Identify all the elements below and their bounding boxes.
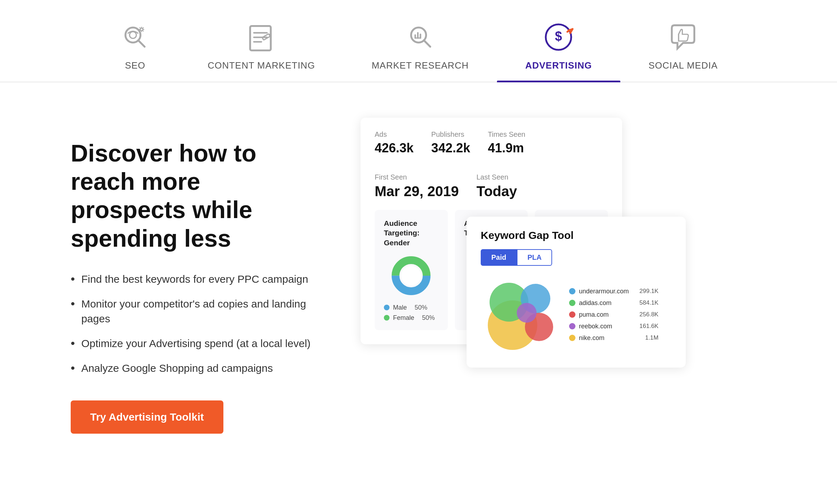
bullet-list: Find the best keywords for every PPC cam… bbox=[71, 272, 318, 376]
stat-last-seen: Last Seen Today bbox=[476, 173, 517, 199]
female-dot bbox=[384, 315, 390, 321]
svg-line-11 bbox=[424, 40, 430, 47]
stat-publishers: Publishers 342.2k bbox=[431, 130, 470, 156]
gender-card: Audience Targeting: Gender bbox=[375, 210, 448, 330]
gender-card-title: Audience Targeting: Gender bbox=[384, 218, 439, 247]
tab-content-marketing-label: CONTENT MARKETING bbox=[207, 60, 315, 71]
male-pct: 50% bbox=[415, 304, 427, 311]
male-dot bbox=[384, 305, 390, 310]
legend-female: Female 50% bbox=[384, 314, 439, 322]
legend-nike: nike.com 1.1M bbox=[569, 334, 659, 342]
stat-times-seen-value: 41.9m bbox=[488, 141, 525, 156]
bubble-legend: underarmour.com 299.1K adidas.com 584.1K… bbox=[569, 288, 659, 342]
adidas-value: 584.1K bbox=[632, 299, 659, 306]
market-research-icon bbox=[404, 21, 436, 53]
advertising-icon: $ bbox=[543, 21, 574, 53]
stat-publishers-value: 342.2k bbox=[431, 141, 470, 156]
main-heading: Discover how to reach more prospects whi… bbox=[71, 139, 318, 252]
underarmour-dot bbox=[569, 288, 575, 294]
tab-social-media-label: SOCIAL MEDIA bbox=[649, 60, 718, 71]
reebok-label: reebok.com bbox=[579, 323, 612, 330]
legend-adidas: adidas.com 584.1K bbox=[569, 299, 659, 307]
tab-content-marketing[interactable]: CONTENT MARKETING bbox=[179, 14, 343, 82]
stat-times-seen-label: Times Seen bbox=[488, 130, 525, 139]
svg-line-1 bbox=[138, 40, 145, 47]
bubbles-svg bbox=[481, 276, 558, 353]
social-media-icon bbox=[667, 21, 699, 53]
underarmour-label: underarmour.com bbox=[579, 288, 629, 295]
tab-seo-label: SEO bbox=[125, 60, 145, 71]
tab-social-media[interactable]: SOCIAL MEDIA bbox=[620, 14, 746, 82]
gender-legend: Male 50% Female 50% bbox=[384, 304, 439, 322]
left-section: Discover how to reach more prospects whi… bbox=[71, 118, 318, 434]
stats-row: Ads 426.3k Publishers 342.2k Times Seen … bbox=[375, 130, 608, 199]
keyword-gap-card: Keyword Gap Tool Paid PLA bbox=[467, 217, 686, 368]
svg-text:$: $ bbox=[555, 29, 562, 43]
reebok-dot bbox=[569, 323, 575, 329]
nike-label: nike.com bbox=[579, 334, 604, 342]
stat-first-seen-label: First Seen bbox=[375, 173, 459, 181]
keyword-tab-buttons: Paid PLA bbox=[481, 249, 672, 266]
stat-first-seen-value: Mar 29, 2019 bbox=[375, 183, 459, 199]
bullet-2: Monitor your competitor's ad copies and … bbox=[71, 297, 318, 326]
nike-dot bbox=[569, 335, 575, 341]
underarmour-value: 299.1K bbox=[632, 288, 659, 295]
reebok-value: 161.6K bbox=[632, 323, 659, 330]
svg-point-30 bbox=[517, 303, 537, 323]
female-label: Female bbox=[393, 314, 414, 322]
female-pct: 50% bbox=[422, 314, 435, 322]
stat-ads-value: 426.3k bbox=[375, 141, 414, 156]
bullet-4: Analyze Google Shopping ad campaigns bbox=[71, 361, 318, 376]
bubble-chart: underarmour.com 299.1K adidas.com 584.1K… bbox=[481, 276, 672, 353]
tab-market-research[interactable]: MARKET RESEARCH bbox=[343, 14, 497, 82]
tab-seo[interactable]: SEO bbox=[91, 14, 179, 82]
stat-first-seen: First Seen Mar 29, 2019 bbox=[375, 173, 459, 199]
puma-label: puma.com bbox=[579, 311, 609, 318]
puma-dot bbox=[569, 311, 575, 318]
svg-point-2 bbox=[129, 31, 136, 38]
adidas-label: adidas.com bbox=[579, 299, 611, 307]
tab-paid[interactable]: Paid bbox=[481, 249, 517, 266]
keyword-gap-title: Keyword Gap Tool bbox=[481, 229, 672, 241]
male-label: Male bbox=[393, 304, 407, 311]
legend-puma: puma.com 256.8K bbox=[569, 311, 659, 318]
stat-ads: Ads 426.3k bbox=[375, 130, 414, 156]
adidas-dot bbox=[569, 300, 575, 306]
svg-point-3 bbox=[140, 28, 143, 30]
stat-times-seen: Times Seen 41.9m bbox=[488, 130, 525, 156]
stat-last-seen-label: Last Seen bbox=[476, 173, 517, 181]
tab-market-research-label: MARKET RESEARCH bbox=[371, 60, 469, 71]
nav-tabs: SEO CONTENT MARKETING bbox=[0, 0, 837, 82]
stat-last-seen-value: Today bbox=[476, 183, 517, 199]
content-marketing-icon bbox=[245, 21, 277, 53]
legend-male: Male 50% bbox=[384, 304, 439, 311]
tab-advertising-label: ADVERTISING bbox=[525, 60, 592, 71]
puma-value: 256.8K bbox=[632, 311, 659, 318]
legend-underarmour: underarmour.com 299.1K bbox=[569, 288, 659, 295]
nike-value: 1.1M bbox=[638, 334, 659, 341]
legend-reebok: reebok.com 161.6K bbox=[569, 323, 659, 330]
bullet-1: Find the best keywords for every PPC cam… bbox=[71, 272, 318, 287]
svg-point-21 bbox=[401, 266, 421, 286]
stat-publishers-label: Publishers bbox=[431, 130, 470, 139]
tab-pla[interactable]: PLA bbox=[517, 249, 552, 266]
main-content: Discover how to reach more prospects whi… bbox=[0, 82, 837, 462]
seo-icon bbox=[119, 21, 151, 53]
bullet-3: Optimize your Advertising spend (at a lo… bbox=[71, 336, 318, 351]
stat-ads-label: Ads bbox=[375, 130, 414, 139]
tab-advertising[interactable]: $ ADVERTISING bbox=[497, 14, 620, 82]
right-section: Ads 426.3k Publishers 342.2k Times Seen … bbox=[361, 118, 766, 365]
cta-button[interactable]: Try Advertising Toolkit bbox=[71, 400, 223, 434]
gender-donut bbox=[384, 254, 439, 297]
